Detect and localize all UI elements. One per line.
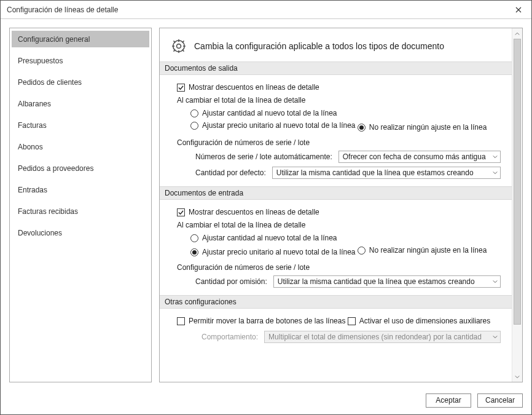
chevron-down-icon	[493, 334, 498, 339]
section-header-in: Documentos de entrada	[160, 186, 512, 200]
scroll-down-button[interactable]	[512, 371, 522, 382]
radio-label: Ajustar precio unitario al nuevo total d…	[202, 121, 356, 130]
chevron-down-icon	[515, 374, 520, 379]
select-value: Utilizar la misma cantidad que la línea …	[278, 277, 475, 286]
section-body-in: Mostrar descuentos en líneas de detalle …	[160, 206, 512, 295]
radio-in-no-adj[interactable]: No realizar ningún ajuste en la línea	[358, 244, 487, 256]
checkbox-label: Mostrar descuentos en líneas de detalle	[189, 83, 319, 92]
sidebar-item-pedidos-clientes[interactable]: Pedidos de clientes	[12, 74, 149, 90]
select-value: Utilizar la misma cantidad que la línea …	[276, 168, 474, 177]
checkbox-move-toolbar[interactable]: Permitir mover la barra de botones de la…	[177, 315, 345, 327]
close-button[interactable]	[509, 2, 528, 18]
checkbox-label: Mostrar descuentos en líneas de detalle	[189, 208, 319, 216]
radio-label: Ajustar cantidad al nuevo total de la lí…	[202, 109, 337, 117]
radio-in-adj-price[interactable]: Ajustar precio unitario al nuevo total d…	[190, 246, 356, 258]
titlebar: Configuración de líneas de detalle	[1, 1, 531, 19]
scroll-up-button[interactable]	[512, 28, 522, 39]
scroll-thumb[interactable]	[514, 39, 521, 325]
main-inner: Cambia la configuración aplicable a todo…	[160, 28, 512, 382]
sidebar-item-label: Presupuestos	[18, 57, 63, 65]
button-label: Cancelar	[485, 396, 515, 405]
chevron-up-icon	[515, 31, 520, 36]
sidebar-item-label: Albaranes	[18, 100, 51, 108]
radio-label: No realizar ningún ajuste en la línea	[369, 246, 487, 255]
radio-label: Ajustar precio unitario al nuevo total d…	[202, 248, 356, 256]
out-serial-header: Configuración de números de serie / lote	[177, 138, 501, 147]
sidebar-item-facturas[interactable]: Facturas	[12, 117, 149, 133]
button-label: Aceptar	[436, 396, 461, 405]
checkbox-label: Permitir mover la barra de botones de la…	[189, 317, 345, 325]
scroll-track[interactable]	[512, 39, 522, 371]
content: Documentos de salida Mostrar descuentos …	[160, 61, 512, 350]
radio-out-adj-qty[interactable]: Ajustar cantidad al nuevo total de la lí…	[190, 107, 337, 119]
section-header-other: Otras configuraciones	[160, 295, 512, 309]
sidebar-item-label: Devoluciones	[18, 229, 62, 237]
radio-in-adj-qty[interactable]: Ajustar cantidad al nuevo total de la lí…	[190, 232, 337, 244]
main-header-text: Cambia la configuración aplicable a todo…	[194, 41, 444, 51]
sidebar-item-entradas[interactable]: Entradas	[12, 181, 149, 198]
sidebar-item-devoluciones[interactable]: Devoluciones	[12, 224, 149, 241]
vertical-scrollbar[interactable]	[512, 28, 522, 382]
sidebar-item-label: Abonos	[18, 143, 43, 151]
select-out-default-qty[interactable]: Utilizar la misma cantidad que la línea …	[272, 167, 501, 179]
svg-point-0	[177, 44, 181, 49]
select-value: Multiplicar el total de dimensiones (sin…	[268, 333, 482, 341]
sidebar-item-general[interactable]: Configuración general	[12, 31, 149, 47]
in-qty-label: Cantidad por omisión:	[195, 277, 267, 286]
sidebar-item-label: Configuración general	[18, 35, 90, 44]
out-change-total-label: Al cambiar el total de la línea de detal…	[177, 96, 501, 105]
checkbox-label: Activar el uso de dimensiones auxiliares	[359, 317, 490, 325]
radio-out-adj-price[interactable]: Ajustar precio unitario al nuevo total d…	[190, 119, 356, 132]
in-serial-header: Configuración de números de serie / lote	[177, 263, 501, 272]
radio-label: No realizar ningún ajuste en la línea	[369, 123, 487, 132]
sidebar-item-label: Pedidos a proveedores	[18, 164, 93, 173]
main-header: Cambia la configuración aplicable a todo…	[160, 28, 512, 61]
select-behavior: Multiplicar el total de dimensiones (sin…	[264, 331, 501, 343]
behavior-label: Comportamiento:	[201, 333, 258, 341]
sidebar-item-abonos[interactable]: Abonos	[12, 138, 149, 155]
sidebar-item-presupuestos[interactable]: Presupuestos	[12, 52, 149, 69]
chevron-down-icon	[493, 154, 498, 159]
gear-icon	[171, 38, 187, 54]
chevron-down-icon	[493, 170, 498, 175]
section-header-out: Documentos de salida	[160, 61, 512, 75]
accept-button[interactable]: Aceptar	[426, 393, 471, 408]
sidebar-item-pedidos-proveedores[interactable]: Pedidos a proveedores	[12, 160, 149, 176]
dialog-body: Configuración general Presupuestos Pedid…	[1, 19, 531, 386]
close-icon	[515, 7, 522, 13]
cancel-button[interactable]: Cancelar	[477, 393, 523, 408]
sidebar: Configuración general Presupuestos Pedid…	[9, 28, 152, 382]
sidebar-item-albaranes[interactable]: Albaranes	[12, 95, 149, 112]
window-title: Configuración de líneas de detalle	[7, 6, 118, 14]
scroll-area: Documentos de salida Mostrar descuentos …	[160, 61, 512, 382]
radio-label: Ajustar cantidad al nuevo total de la lí…	[202, 234, 337, 242]
select-value: Ofrecer con fecha de consumo más antigua	[343, 152, 486, 161]
radio-out-no-adj[interactable]: No realizar ningún ajuste en la línea	[358, 121, 487, 133]
chevron-down-icon	[493, 279, 498, 284]
section-body-out: Mostrar descuentos en líneas de detalle …	[160, 81, 512, 186]
sidebar-item-label: Facturas recibidas	[18, 207, 78, 216]
sidebar-item-facturas-recibidas[interactable]: Facturas recibidas	[12, 203, 149, 219]
select-in-default-qty[interactable]: Utilizar la misma cantidad que la línea …	[273, 275, 501, 288]
dialog-footer: Aceptar Cancelar	[1, 386, 531, 414]
checkbox-out-discounts[interactable]: Mostrar descuentos en líneas de detalle	[177, 81, 319, 93]
svg-point-1	[173, 41, 184, 52]
sidebar-item-label: Facturas	[18, 121, 47, 130]
main-panel: Cambia la configuración aplicable a todo…	[159, 28, 523, 382]
in-change-total-label: Al cambiar el total de la línea de detal…	[177, 221, 501, 229]
select-out-auto-serial[interactable]: Ofrecer con fecha de consumo más antigua	[338, 151, 501, 163]
out-auto-label: Números de serie / lote automáticamente:	[195, 152, 332, 161]
window: Configuración de líneas de detalle Confi…	[0, 0, 532, 415]
section-body-other: Permitir mover la barra de botones de la…	[160, 315, 512, 346]
out-qty-label: Cantidad por defecto:	[195, 168, 266, 177]
sidebar-item-label: Pedidos de clientes	[18, 78, 82, 87]
checkbox-in-discounts[interactable]: Mostrar descuentos en líneas de detalle	[177, 206, 319, 218]
sidebar-item-label: Entradas	[18, 186, 47, 194]
checkbox-aux-dimensions[interactable]: Activar el uso de dimensiones auxiliares	[348, 315, 490, 327]
